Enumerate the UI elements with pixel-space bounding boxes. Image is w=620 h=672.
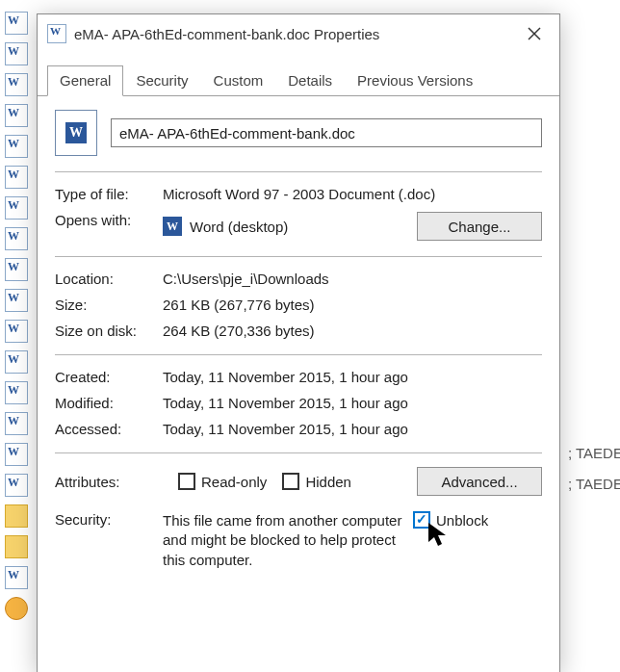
label-location: Location: [55, 271, 163, 287]
mouse-cursor-icon [426, 521, 452, 548]
properties-dialog: eMA- APA-6thEd-comment-bank.doc Properti… [37, 13, 560, 672]
close-button[interactable] [515, 19, 554, 48]
value-size: 261 KB (267,776 bytes) [163, 297, 542, 313]
checkbox-label-hidden: Hidden [305, 474, 351, 490]
value-accessed: Today, 11 November 2015, 1 hour ago [163, 421, 542, 437]
change-button[interactable]: Change... [417, 212, 542, 241]
tab-general[interactable]: General [47, 65, 123, 96]
value-type-of-file: Microsoft Word 97 - 2003 Document (.doc) [163, 186, 542, 202]
checkbox-box-hidden [282, 473, 299, 490]
advanced-button[interactable]: Advanced... [417, 467, 542, 496]
value-modified: Today, 11 November 2015, 1 hour ago [163, 395, 542, 411]
value-size-on-disk: 264 KB (270,336 bytes) [163, 323, 542, 339]
dialog-title: eMA- APA-6thEd-comment-bank.doc Properti… [74, 26, 515, 42]
label-type-of-file: Type of file: [55, 186, 163, 202]
tab-strip: General Security Custom Details Previous… [38, 53, 559, 96]
file-type-icon: W [55, 110, 97, 156]
label-opens-with: Opens with: [55, 212, 163, 241]
word-app-icon: W [163, 217, 182, 236]
background-file-1: ; TAEDE4 [568, 445, 620, 461]
tab-details[interactable]: Details [275, 65, 345, 96]
label-security: Security: [55, 511, 163, 528]
close-icon [528, 27, 541, 40]
desktop-icon-column [0, 0, 33, 672]
tab-custom[interactable]: Custom [201, 65, 276, 96]
value-created: Today, 11 November 2015, 1 hour ago [163, 369, 542, 385]
label-accessed: Accessed: [55, 421, 163, 437]
label-attributes: Attributes: [55, 474, 163, 490]
tab-security[interactable]: Security [123, 65, 200, 96]
label-size: Size: [55, 297, 163, 313]
titlebar: eMA- APA-6thEd-comment-bank.doc Properti… [38, 14, 559, 53]
background-file-2: ; TAEDE4 [568, 476, 620, 492]
checkbox-read-only[interactable]: Read-only [178, 473, 267, 490]
tab-previous[interactable]: Previous Versions [345, 65, 485, 96]
label-modified: Modified: [55, 395, 163, 411]
tab-content-general: W eMA- APA-6thEd-comment-bank.doc Type o… [38, 96, 559, 583]
label-created: Created: [55, 369, 163, 385]
value-location: C:\Users\pje_i\Downloads [163, 271, 542, 287]
filename-field[interactable]: eMA- APA-6thEd-comment-bank.doc [111, 118, 542, 147]
checkbox-box-read-only [178, 473, 195, 490]
security-text: This file came from another computer and… [163, 511, 403, 570]
label-size-on-disk: Size on disk: [55, 323, 163, 339]
value-opens-with: Word (desktop) [190, 219, 288, 235]
checkbox-hidden[interactable]: Hidden [282, 473, 351, 490]
checkbox-label-read-only: Read-only [201, 474, 267, 490]
word-doc-icon [47, 24, 66, 43]
